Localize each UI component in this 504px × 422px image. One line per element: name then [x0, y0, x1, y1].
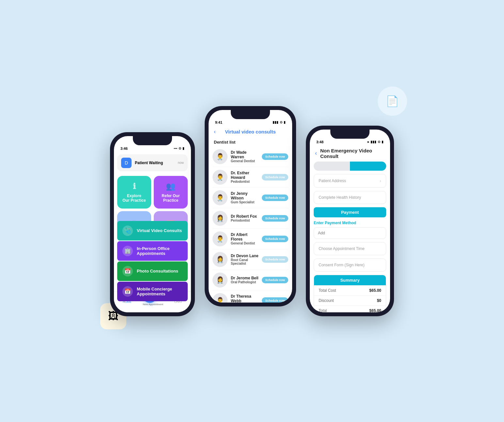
consent-form-field[interactable]: Consent Form (Sign Here)	[314, 258, 386, 272]
phone-3: 3:48 ▸ ▮▮▮ ⊙ ▮ ‹ Non Emergency Video Con…	[306, 126, 394, 316]
notif-time: now	[178, 161, 184, 164]
tab-1[interactable]	[314, 162, 350, 171]
phone-3-time: 3:48	[316, 140, 323, 144]
patient-address-field[interactable]: Patient Address ›	[314, 174, 386, 188]
photo-consultations-menu-item[interactable]: 📅 Photo Consultations	[117, 261, 188, 281]
notif-title: Patient Waiting	[135, 161, 163, 165]
dentist-specialty: General Dentist	[231, 159, 259, 163]
schedule-button[interactable]: Schedule now	[262, 195, 288, 201]
dentist-avatar: 👨‍⚕️	[213, 293, 228, 303]
battery-icon: ▮	[182, 147, 184, 150]
dentist-specialty: Root Canal Specialist	[231, 258, 259, 265]
summary-label: Discount	[319, 298, 334, 303]
dentist-row: 👨‍⚕️ Dr Jenny Wilson Gum Specialist Sche…	[213, 188, 288, 208]
dentist-avatar: 👨‍⚕️	[213, 149, 228, 164]
dentist-specialty: Periodontist	[231, 219, 259, 222]
signal-bars-icon: ▮▮▮	[273, 120, 278, 124]
dentist-row: 👨‍⚕️ Dr Albert Flores General Dentist Sc…	[213, 229, 288, 249]
appointment-time-field[interactable]: Choose Appointment Time	[314, 242, 386, 255]
virtual-video-consults-menu-item[interactable]: 🩺 Virtual Video Consults	[117, 221, 188, 241]
phone-2-time: 9:41	[215, 120, 222, 124]
phone-1-time: 3:46	[120, 147, 128, 150]
dentist-avatar: 👨‍⚕️	[213, 170, 228, 185]
dentist-avatar: 👩‍⚕️	[213, 211, 228, 226]
dentist-row: 👨‍⚕️ Dr Wade Warren General Dentist Sche…	[213, 147, 288, 167]
dentist-info: Dr. Esther Howard Pedodontist	[231, 171, 259, 183]
virtual-consult-icon: 🩺	[122, 226, 133, 236]
back-button[interactable]: ‹	[315, 150, 317, 157]
dentist-info: Dr Theresa Webb Prosthodontist	[231, 294, 259, 303]
payment-section-header: Payment	[314, 207, 386, 217]
page-title: Non Emergency Video Consult	[320, 148, 385, 159]
explore-practice-tile[interactable]: ℹ ExploreOur Practice	[117, 176, 151, 209]
dentist-list-header: ‹ Virtual video consults	[209, 126, 292, 138]
dentist-name: Dr Wade Warren	[231, 150, 259, 159]
scene: 📄 🖼 3:46 ▪▪▪ ⊙ ▮ D	[97, 86, 407, 336]
health-history-placeholder: Complete Health History	[319, 195, 361, 200]
phone-3-screen: 3:48 ▸ ▮▮▮ ⊙ ▮ ‹ Non Emergency Video Con…	[310, 130, 390, 312]
step-tabs	[314, 162, 386, 171]
summary-label: Total	[319, 308, 327, 312]
schedule-button[interactable]: Schedule now	[262, 153, 288, 160]
explore-practice-label: ExploreOur Practice	[122, 194, 146, 203]
chevron-right-icon: ›	[380, 178, 381, 183]
battery-icon: ▮	[284, 120, 286, 124]
dentist-name: Dr Devon Lane	[231, 254, 259, 258]
patient-waiting-notification[interactable]: D Patient Waiting now	[117, 154, 188, 171]
schedule-button[interactable]: Schedule now	[262, 215, 288, 222]
in-person-icon: 🏢	[122, 246, 133, 256]
summary-row: Discount $0	[314, 295, 386, 305]
photo-consultations-label: Photo Consultations	[137, 269, 178, 274]
notif-content: Patient Waiting	[135, 161, 163, 165]
dentist-row: 👨‍⚕️ Dr. Esther Howard Pedodontist Sched…	[213, 167, 288, 188]
schedule-button[interactable]: Schedule now	[262, 236, 288, 242]
dentist-avatar: 👩‍⚕️	[213, 273, 228, 288]
schedule-button[interactable]: Schedule now	[262, 297, 288, 303]
tab-2[interactable]	[350, 162, 386, 171]
document-icon: 📄	[386, 95, 399, 107]
consent-form-placeholder: Consent Form (Sign Here)	[319, 263, 365, 267]
dentist-specialty: Oral Pathologist	[231, 280, 259, 284]
dentist-row: 👩‍⚕️ Dr Devon Lane Root Canal Specialist…	[213, 249, 288, 270]
in-person-office-label: In-Person Office Appointments	[137, 246, 182, 256]
mobile-concierge-menu-item[interactable]: 📅 Mobile Concierge Appointments	[117, 282, 188, 301]
wifi-icon: ⊙	[179, 147, 181, 150]
in-person-office-menu-item[interactable]: 🏢 In-Person Office Appointments	[117, 241, 188, 261]
phone-2-notch	[231, 110, 270, 119]
refer-practice-tile[interactable]: 👥 Refer OurPractice	[154, 176, 188, 209]
schedule-button[interactable]: Schedule now	[262, 277, 288, 283]
dentist-name: Dr Jerome Bell	[231, 276, 259, 280]
summary-row: Total Cost $65.00	[314, 285, 386, 295]
page-title: Virtual video consults	[225, 129, 276, 134]
dentist-name: Dr Theresa Webb	[231, 294, 259, 303]
summary-label: Total Cost	[319, 288, 336, 293]
dentist-avatar: 👩‍⚕️	[213, 252, 228, 267]
health-history-field[interactable]: Complete Health History	[314, 191, 386, 204]
photo-consult-icon: 📅	[122, 266, 133, 276]
signal-icon: ▪▪▪	[174, 147, 177, 150]
schedule-button[interactable]: Schedule now	[262, 174, 288, 180]
schedule-button[interactable]: Schedule now	[262, 256, 288, 263]
patient-address-label: Patient Address	[319, 179, 346, 183]
wifi-icon: ⊙	[280, 120, 282, 124]
phone-2: 9:41 ▮▮▮ ⊙ ▮ ‹ Virtual video consults De…	[205, 106, 296, 306]
summary-rows: Total Cost $65.00 Discount $0 Total $65.…	[314, 285, 386, 312]
appointment-menu: 🩺 Virtual Video Consults 🏢 In-Person Off…	[117, 221, 188, 302]
wifi-icon: ⊙	[378, 140, 380, 144]
dentist-list: 👨‍⚕️ Dr Wade Warren General Dentist Sche…	[209, 147, 292, 303]
concierge-icon: 📅	[122, 286, 133, 297]
dentist-row: 👨‍⚕️ Dr Theresa Webb Prosthodontist Sche…	[213, 290, 288, 303]
payment-method-label: Enter Payment Method	[314, 221, 386, 225]
refer-icon: 👥	[166, 182, 176, 191]
phone-1-status-icons: ▪▪▪ ⊙ ▮	[174, 147, 184, 150]
summary-section: Summary Total Cost $65.00 Discount $0 To…	[314, 275, 386, 312]
refer-practice-label: Refer OurPractice	[162, 194, 180, 203]
mobile-concierge-label: Mobile Concierge Appointments	[137, 287, 182, 296]
dentist-list-subtitle: Dentist list	[209, 138, 292, 147]
dentist-avatar: 👨‍⚕️	[213, 231, 228, 246]
back-button[interactable]: ‹	[214, 128, 216, 135]
phone-1-notch	[133, 136, 172, 145]
virtual-video-consults-label: Virtual Video Consults	[137, 228, 182, 233]
appointment-time-placeholder: Choose Appointment Time	[319, 246, 365, 251]
payment-method-input[interactable]	[314, 227, 386, 239]
